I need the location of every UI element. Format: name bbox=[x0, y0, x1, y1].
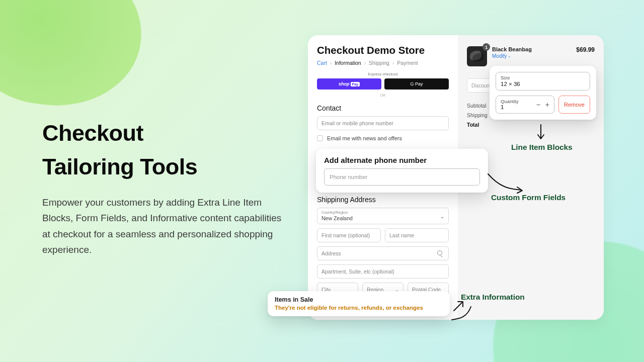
plus-icon[interactable]: + bbox=[545, 101, 549, 108]
callout-alt-phone: Add alternate phone number Phone number bbox=[316, 149, 488, 193]
last-name-placeholder: Last name bbox=[389, 232, 414, 238]
arrow-curve-down-icon bbox=[450, 306, 473, 325]
remove-button[interactable]: Remove bbox=[558, 96, 590, 114]
express-checkout-label: Express checkout bbox=[317, 72, 449, 76]
sale-body: They're not eligible for returns, refund… bbox=[275, 305, 443, 311]
hero-title-line1: Checkout bbox=[42, 120, 143, 146]
first-name-placeholder: First name (optional) bbox=[321, 232, 370, 238]
alt-phone-input[interactable]: Phone number bbox=[324, 168, 480, 186]
sale-heading: Items in Sale bbox=[275, 296, 443, 303]
size-label: Size bbox=[501, 75, 585, 80]
google-pay-label: G Pay bbox=[410, 81, 423, 86]
shop-pay-badge: Pay bbox=[351, 82, 360, 86]
news-checkbox-row[interactable]: Email me with news and offers bbox=[317, 135, 449, 141]
product-name: Black Beanbag bbox=[492, 46, 532, 52]
callout-sale-info: Items in Sale They're not eligible for r… bbox=[268, 291, 450, 316]
news-checkbox-label: Email me with news and offers bbox=[327, 135, 402, 141]
last-name-field[interactable]: Last name bbox=[385, 228, 449, 242]
email-field[interactable]: Email or mobile phone number bbox=[317, 116, 449, 130]
country-label: Country/Region bbox=[321, 210, 444, 215]
minus-icon[interactable]: − bbox=[536, 101, 540, 108]
chevron-right-icon: › bbox=[330, 60, 332, 66]
divider-or: OR bbox=[317, 94, 449, 97]
hero-title-line2: Tailoring Tools bbox=[42, 154, 197, 179]
product-thumbnail: 1 bbox=[467, 46, 487, 66]
crumb-shipping: Shipping bbox=[369, 60, 389, 66]
chevron-down-icon: ⌄ bbox=[440, 213, 444, 219]
chevron-down-icon: ⌄ bbox=[508, 54, 511, 58]
modify-label: Modify bbox=[492, 53, 507, 59]
alt-phone-placeholder: Phone number bbox=[330, 174, 367, 180]
shop-pay-button[interactable]: shop Pay bbox=[317, 78, 381, 89]
hero-title: Checkout Tailoring Tools bbox=[42, 117, 284, 184]
hero-copy: Checkout Tailoring Tools Empower your cu… bbox=[42, 117, 284, 257]
modify-link[interactable]: Modify ⌄ bbox=[492, 53, 532, 59]
size-value: 12 × 36 bbox=[501, 81, 585, 87]
store-title: Checkout Demo Store bbox=[317, 44, 449, 56]
breadcrumb: Cart › Information › Shipping › Payment bbox=[317, 60, 449, 66]
cart-line-item: 1 Black Beanbag Modify ⌄ $69.99 bbox=[467, 46, 595, 66]
crumb-cart[interactable]: Cart bbox=[317, 60, 327, 66]
arrow-down-icon bbox=[536, 124, 546, 142]
country-value: New Zealand bbox=[321, 215, 444, 221]
crumb-payment: Payment bbox=[397, 60, 418, 66]
quantity-label: Quantity bbox=[501, 99, 518, 104]
country-select[interactable]: Country/Region New Zealand ⌄ bbox=[317, 208, 449, 224]
google-pay-button[interactable]: G Pay bbox=[384, 78, 449, 89]
annotation-line-item: Line Item Blocks bbox=[511, 143, 573, 152]
shipping-heading: Shippinng Address bbox=[317, 196, 449, 204]
size-field[interactable]: Size 12 × 36 bbox=[496, 72, 590, 90]
annotation-extra-info: Extra Information bbox=[461, 293, 525, 302]
chevron-right-icon: › bbox=[392, 60, 394, 66]
apartment-field[interactable]: Apartment, Suite, etc (optional) bbox=[317, 264, 449, 279]
product-price: $69.99 bbox=[576, 46, 595, 53]
chevron-right-icon: › bbox=[364, 60, 366, 66]
total-label: Total bbox=[467, 122, 595, 128]
hero-subtitle: Empower your customers by adding Extra L… bbox=[42, 195, 284, 257]
callout-line-item: Size 12 × 36 Quantity 1 − + Remove bbox=[490, 66, 596, 120]
address-field[interactable]: Address bbox=[317, 246, 449, 260]
quantity-value: 1 bbox=[501, 104, 518, 110]
email-placeholder: Email or mobile phone number bbox=[321, 120, 393, 126]
shop-pay-text: shop bbox=[339, 81, 350, 86]
arrow-curve-icon bbox=[487, 172, 526, 195]
crumb-information: Information bbox=[335, 60, 361, 66]
alt-phone-heading: Add alternate phone number bbox=[324, 156, 480, 164]
first-name-field[interactable]: First name (optional) bbox=[317, 228, 381, 242]
contact-heading: Contact bbox=[317, 104, 449, 112]
bg-blob-top-left bbox=[0, 0, 150, 117]
address-placeholder: Address bbox=[321, 250, 341, 256]
search-icon bbox=[437, 250, 444, 256]
quantity-stepper[interactable]: Quantity 1 − + bbox=[496, 96, 554, 114]
quantity-badge: 1 bbox=[482, 43, 490, 51]
checkbox-icon[interactable] bbox=[317, 135, 323, 141]
apartment-placeholder: Apartment, Suite, etc (optional) bbox=[321, 268, 394, 275]
discount-placeholder: Discount bbox=[471, 83, 491, 88]
